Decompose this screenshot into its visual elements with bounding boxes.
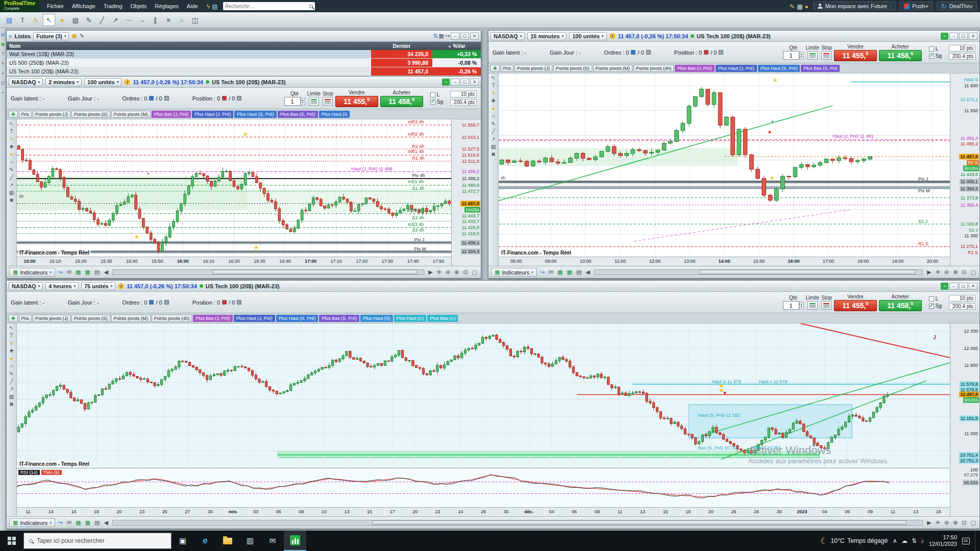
indicator-chip[interactable]: TMA (9) [41, 470, 62, 475]
add-indicator-icon[interactable]: ✚ [491, 65, 500, 72]
crosshair-tool-icon[interactable]: ✚ [491, 98, 495, 104]
delete-tool-icon[interactable]: ✖ [9, 197, 13, 203]
symbol-selector[interactable]: NASDAQ▾ [9, 78, 43, 86]
minimize-button[interactable]: – [949, 33, 958, 40]
pencil-tool-icon[interactable]: ✎ [491, 121, 495, 127]
alarm-tool-icon[interactable]: ● [10, 356, 13, 361]
chart-canvas[interactable] [17, 119, 451, 257]
link-tool-icon[interactable]: ◫ [189, 14, 201, 26]
notes-icon[interactable]: ✎ [789, 3, 796, 10]
chart-canvas[interactable] [17, 323, 950, 468]
menu-objets[interactable]: Objets [127, 2, 151, 11]
sort-icon[interactable]: ⇅ [433, 33, 437, 39]
taskbar-search[interactable]: Taper ici pour rechercher [23, 533, 172, 549]
eraser-tool-icon[interactable]: ▧ [69, 14, 82, 26]
maximize-button[interactable]: ▢ [959, 283, 968, 290]
sg-checkbox-box[interactable] [929, 54, 934, 59]
indicator-chip[interactable]: Plus Bas (J, Pré) [152, 111, 191, 118]
symbol-selector[interactable]: NASDAQ▾ [491, 32, 525, 40]
flash-order-icon[interactable]: ϟ [206, 3, 211, 10]
scrollbar-thumb[interactable] [372, 520, 906, 525]
close-button[interactable]: ✕ [470, 33, 479, 40]
orders-filter-icon[interactable] [164, 300, 169, 305]
column-var[interactable]: ▼ %Var [432, 43, 481, 49]
units-selector[interactable]: 75 unités▾ [81, 282, 115, 290]
indicator-chip[interactable]: Points pivots (4h) [152, 315, 192, 322]
indicator-chip[interactable]: Plus Bas (S, Pré) [278, 111, 318, 118]
fibonacci-tool-icon[interactable]: ≡ [162, 14, 175, 26]
text-tool-icon[interactable]: T [10, 333, 13, 338]
qty-stepper[interactable]: ▲▼ [301, 98, 305, 105]
weather-widget[interactable]: ☾ 10°C Temps dégagé [820, 536, 888, 546]
fullscreen-icon[interactable]: ▢ [471, 269, 478, 276]
screenshot-icon[interactable]: ▤ [575, 269, 582, 276]
flash-tool-icon[interactable]: ϟ [10, 340, 13, 346]
sg-checkbox-box[interactable] [929, 304, 934, 309]
show-desktop-button[interactable] [975, 531, 977, 551]
message-icon[interactable]: ✉ [66, 269, 72, 276]
share-icon[interactable]: ↪ [57, 519, 64, 526]
tray-expand-icon[interactable]: ∧ [893, 537, 897, 544]
pencil-tool-icon[interactable]: ✎ [83, 14, 95, 26]
chart-canvas[interactable] [499, 73, 950, 257]
indicator-chip[interactable]: Plus Bas (S, Pré [801, 65, 840, 72]
pan-tool-icon[interactable]: ✛ [935, 519, 941, 526]
l-checkbox[interactable]: L [430, 92, 443, 97]
export-icon[interactable]: ↪ [445, 33, 450, 39]
scroll-left-icon[interactable]: ◀ [103, 519, 109, 526]
indicator-chip[interactable]: Prix [19, 111, 32, 118]
pan-tool-icon[interactable]: ✛ [436, 269, 443, 276]
quick-chart-icon[interactable]: ▤ [211, 3, 218, 10]
add-indicator-icon[interactable]: ✚ [9, 315, 18, 322]
indicator-chip[interactable]: Points pivots (J) [33, 315, 70, 322]
indicators-button[interactable]: ▦Indicateurs▾ [491, 268, 537, 277]
edit-list-icon[interactable]: ✎ [80, 33, 84, 39]
prorealtime-taskbar-icon[interactable] [284, 531, 306, 551]
position-filter-icon[interactable] [237, 300, 241, 305]
menu-aide[interactable]: Aide [183, 2, 202, 11]
calendar-icon[interactable]: ▦ [796, 3, 803, 10]
scrollbar-thumb[interactable] [212, 270, 418, 274]
minimize-button[interactable]: – [451, 79, 459, 86]
magnet-tool-icon[interactable]: ∩ [10, 363, 13, 369]
text-tool-icon[interactable]: T [16, 14, 29, 26]
magnet-tool-icon[interactable]: ∩ [492, 113, 495, 119]
line-tool-icon[interactable]: ╱ [96, 14, 108, 26]
indicator-chip[interactable]: Points pivots (S) [71, 111, 110, 118]
indicator-chip[interactable]: Points pivots (4h) [633, 65, 674, 72]
indicator-chip[interactable]: Plus Haut (S, Pré) [234, 111, 277, 118]
close-button[interactable]: ✕ [470, 79, 479, 86]
zoom-out-icon[interactable]: ⊖ [943, 519, 950, 526]
zoom-out-icon[interactable]: ⊖ [943, 269, 950, 276]
chart-window-icon[interactable]: ▤ [1, 32, 5, 37]
indicator-chip[interactable]: Plus Bas (A) [427, 315, 458, 322]
fullscreen-icon[interactable]: ▢ [970, 269, 977, 276]
qty-stepper[interactable]: ▲▼ [799, 302, 804, 309]
sg-checkbox-box[interactable] [430, 99, 435, 105]
indicator-chip[interactable]: Plus Bas (J, Pré) [675, 65, 715, 72]
indicator-chip[interactable]: Points pivots (J) [33, 111, 70, 118]
limit-order-icon[interactable] [309, 97, 319, 106]
pencil-tool-icon[interactable]: ✎ [9, 371, 13, 377]
indicator-chip[interactable]: Plus Haut (S, Pré) [276, 315, 318, 322]
list-window-icon[interactable]: ▦ [1, 42, 5, 46]
qty-input[interactable] [284, 97, 301, 106]
crosshair-tool-icon[interactable]: ✚ [9, 144, 13, 149]
qty-input[interactable] [783, 51, 799, 60]
sg-checkbox[interactable]: Sg [430, 99, 443, 105]
buy-button[interactable]: 11 458,5 [879, 300, 922, 311]
menu-fichier[interactable]: Fichier [43, 2, 67, 11]
file-explorer-icon[interactable] [216, 531, 239, 551]
column-last[interactable]: Dernier [371, 43, 432, 49]
segment-tool-icon[interactable]: ⋯ [122, 14, 135, 26]
new-chart-icon[interactable]: ▤ [3, 14, 15, 26]
arrow-tool-icon[interactable]: ↗ [9, 182, 13, 188]
indicator-chip[interactable]: Points pivots (M) [111, 315, 151, 322]
indicator-chip[interactable]: Plus Haut (A) [394, 315, 427, 322]
screenshot-icon[interactable]: ▤ [93, 269, 101, 276]
indicator-chip[interactable]: Points pivots (J) [514, 65, 552, 72]
price-axis[interactable]: Haut S11 60011 572,111 55011 491,411 489… [950, 73, 979, 266]
flash-tool-icon[interactable]: ϟ [10, 136, 13, 142]
orders-check-icon[interactable] [631, 50, 635, 55]
text-tool-icon[interactable]: T [10, 129, 13, 134]
